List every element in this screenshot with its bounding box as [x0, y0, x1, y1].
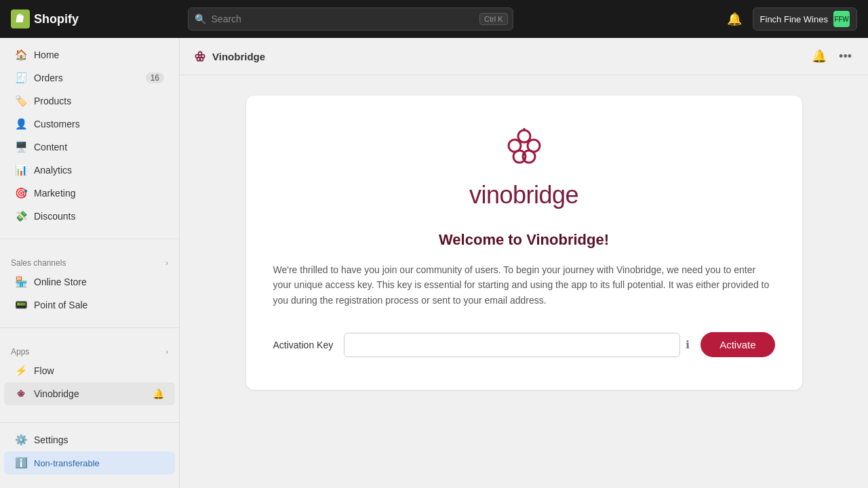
sidebar-divider-1	[0, 239, 179, 239]
sidebar-item-online-store[interactable]: 🏪 Online Store	[4, 270, 175, 293]
sales-channels-label: Sales channels ›	[0, 250, 179, 270]
svg-point-4	[21, 394, 23, 396]
sidebar-item-customers[interactable]: 👤 Customers	[4, 113, 175, 136]
sidebar-label-marketing: Marketing	[34, 188, 164, 199]
sidebar-apps-section: Apps › ⚡ Flow	[0, 333, 179, 411]
online-store-icon: 🏪	[15, 276, 27, 288]
main-layout: 🏠 Home 🧾 Orders 16 🏷️ Products 👤 Custome…	[0, 38, 868, 488]
sidebar-label-orders: Orders	[34, 73, 139, 83]
sidebar-sales-channels-section: Sales channels › 🏪 Online Store 📟 Point …	[0, 245, 179, 322]
notification-button[interactable]: 🔔	[723, 7, 746, 30]
svg-point-10	[200, 58, 203, 61]
settings-icon: ⚙️	[15, 434, 27, 446]
top-bar-right: 🔔 Finch Fine Wines FFW	[723, 7, 857, 30]
sidebar-item-content[interactable]: 🖥️ Content	[4, 136, 175, 159]
activate-button[interactable]: Activate	[701, 332, 774, 357]
sidebar-label-discounts: Discounts	[34, 211, 164, 222]
top-bar: Shopify 🔍 Ctrl K 🔔 Finch Fine Wines FFW	[0, 0, 868, 38]
content-area: Vinobridge 🔔 •••	[180, 38, 868, 488]
shopify-logo-icon	[11, 9, 30, 28]
vinobridge-header-icon	[193, 49, 207, 63]
card-description: We're thrilled to have you join our comm…	[273, 262, 775, 308]
pos-icon: 📟	[15, 299, 27, 311]
sidebar-item-analytics[interactable]: 📊 Analytics	[4, 159, 175, 182]
content-header-right: 🔔 •••	[809, 46, 854, 66]
apps-section-label: Apps ›	[0, 339, 179, 359]
info-circle-icon: ℹ️	[15, 457, 27, 469]
sidebar-label-vinobridge: Vinobridge	[34, 388, 146, 399]
sidebar-item-vinobridge[interactable]: Vinobridge 🔔	[4, 382, 175, 405]
sidebar-label-products: Products	[34, 96, 164, 106]
activation-info-icon[interactable]: ℹ	[686, 338, 690, 351]
card-title: Welcome to Vinobridge!	[439, 231, 609, 249]
vinobridge-sidebar-icon	[15, 388, 27, 400]
activation-key-input[interactable]	[344, 333, 680, 357]
svg-point-11	[518, 130, 530, 142]
analytics-icon: 📊	[15, 164, 27, 176]
activation-row: Activation Key ℹ Activate	[273, 332, 775, 357]
vinobridge-notification-icon: 🔔	[153, 388, 164, 399]
store-name: Finch Fine Wines	[760, 14, 828, 24]
sidebar-label-settings: Settings	[34, 434, 164, 445]
discounts-icon: 💸	[15, 210, 27, 222]
header-more-button[interactable]: •••	[836, 47, 854, 66]
sidebar-item-orders[interactable]: 🧾 Orders 16	[4, 66, 175, 89]
home-icon: 🏠	[15, 49, 27, 61]
activation-key-label: Activation Key	[273, 340, 334, 350]
sidebar: 🏠 Home 🧾 Orders 16 🏷️ Products 👤 Custome…	[0, 38, 180, 488]
search-input[interactable]	[188, 7, 513, 30]
sidebar-bottom: ⚙️ Settings ℹ️ Non-transferable	[0, 411, 179, 480]
activation-card: vinobridge Welcome to Vinobridge! We're …	[246, 96, 802, 390]
sidebar-label-online-store: Online Store	[34, 277, 164, 287]
content-header-left: Vinobridge	[193, 49, 265, 63]
search-icon: 🔍	[195, 14, 206, 24]
sidebar-item-marketing[interactable]: 🎯 Marketing	[4, 182, 175, 205]
sidebar-item-flow[interactable]: ⚡ Flow	[4, 359, 175, 382]
vinobridge-wordmark: vinobridge	[469, 181, 578, 209]
flow-icon: ⚡	[15, 365, 27, 377]
sidebar-label-home: Home	[34, 49, 164, 60]
shopify-logo[interactable]: Shopify	[11, 9, 79, 28]
svg-point-6	[199, 52, 202, 55]
sidebar-item-point-of-sale[interactable]: 📟 Point of Sale	[4, 293, 175, 317]
orders-badge: 16	[146, 73, 164, 83]
content-header-title: Vinobridge	[212, 51, 265, 62]
sidebar-label-content: Content	[34, 142, 164, 152]
sidebar-label-analytics: Analytics	[34, 165, 164, 176]
orders-icon: 🧾	[15, 72, 27, 84]
products-icon: 🏷️	[15, 95, 27, 107]
sidebar-item-settings[interactable]: ⚙️ Settings	[4, 428, 175, 451]
sidebar-label-flow: Flow	[34, 365, 164, 376]
search-shortcut: Ctrl K	[479, 13, 508, 25]
marketing-icon: 🎯	[15, 187, 27, 199]
apps-chevron: ›	[165, 347, 168, 357]
content-icon: 🖥️	[15, 141, 27, 153]
shopify-wordmark: Shopify	[34, 12, 79, 26]
store-selector[interactable]: Finch Fine Wines FFW	[753, 7, 857, 30]
content-header: Vinobridge 🔔 •••	[180, 38, 868, 75]
sidebar-main-section: 🏠 Home 🧾 Orders 16 🏷️ Products 👤 Custome…	[0, 38, 179, 233]
customers-icon: 👤	[15, 118, 27, 130]
sidebar-item-non-transferable[interactable]: ℹ️ Non-transferable	[4, 451, 175, 474]
sales-channels-chevron: ›	[165, 258, 168, 268]
activation-input-wrap: ℹ	[344, 333, 690, 357]
header-bell-button[interactable]: 🔔	[809, 46, 829, 66]
sidebar-item-products[interactable]: 🏷️ Products	[4, 89, 175, 113]
non-transferable-label: Non-transferable	[34, 458, 100, 468]
sidebar-label-customers: Customers	[34, 119, 164, 129]
vinobridge-logo: vinobridge	[469, 128, 578, 209]
sidebar-divider-3	[0, 422, 179, 423]
sidebar-divider-2	[0, 327, 179, 328]
store-avatar: FFW	[833, 11, 850, 27]
sidebar-item-home[interactable]: 🏠 Home	[4, 43, 175, 66]
search-bar: 🔍 Ctrl K	[188, 7, 513, 30]
sidebar-item-discounts[interactable]: 💸 Discounts	[4, 205, 175, 228]
sidebar-label-pos: Point of Sale	[34, 300, 164, 310]
grape-svg-icon	[497, 128, 551, 176]
